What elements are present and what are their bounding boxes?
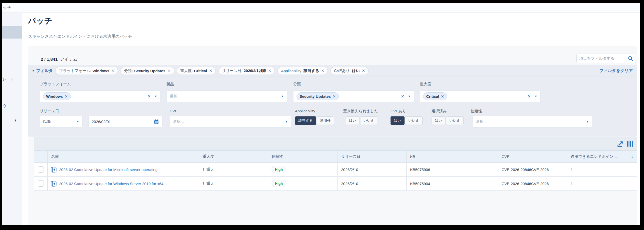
filter-chip-has-cve[interactable]: CVEあり: はい ✕ (330, 67, 369, 75)
column-header-cve[interactable]: CVE (498, 151, 567, 163)
platform-combobox[interactable]: Windows ✕ ✕ ▼ (40, 90, 160, 102)
page-title: パッチ (28, 16, 52, 26)
patches-panel: 2 / 1,841 アイテム ▼ フィルタ プラットフォーム: W (28, 46, 637, 225)
release-date-value: 2026/2/10 (338, 177, 407, 191)
combobox-clear-icon[interactable]: ✕ (147, 94, 151, 99)
row-checkbox[interactable] (38, 166, 44, 173)
caret-down-icon[interactable]: ▼ (154, 95, 157, 98)
chip-remove-icon[interactable]: ✕ (268, 68, 272, 73)
selected-option-yes[interactable]: はい (432, 116, 446, 125)
chip-remove-icon[interactable]: ✕ (362, 68, 365, 73)
filter-chip-classification[interactable]: 分類: Security Updates ✕ (120, 67, 174, 75)
release-date-input[interactable] (92, 119, 138, 124)
column-header-severity[interactable]: 重大度 (199, 151, 268, 163)
product-label: 製品 (166, 82, 174, 87)
export-icon[interactable] (617, 140, 624, 147)
column-header-release-date[interactable]: リリース日 (338, 151, 407, 163)
tag-remove-icon[interactable]: ✕ (333, 94, 336, 99)
endpoints-count-link[interactable]: 1 (571, 181, 573, 186)
filter-search-box (576, 54, 636, 63)
row-checkbox[interactable] (38, 180, 44, 187)
endpoints-count-link[interactable]: 1 (571, 167, 573, 172)
sidebar-item-template[interactable]: レート (3, 77, 14, 82)
column-header-kb[interactable]: KB (407, 151, 498, 163)
chip-remove-icon[interactable]: ✕ (111, 68, 115, 73)
column-header-name[interactable]: 名前 (48, 151, 199, 163)
has-cve-option-no[interactable]: いいえ (405, 116, 423, 125)
caret-down-icon[interactable]: ▼ (76, 120, 79, 123)
caret-down-icon[interactable]: ▼ (281, 95, 284, 98)
tag-remove-icon[interactable]: ✕ (65, 94, 68, 99)
severity-label: 重大度 (420, 82, 431, 87)
release-date-operator-select[interactable]: 以降 ▼ (40, 116, 83, 128)
release-date-input-wrap (88, 116, 163, 128)
platform-tag: Windows ✕ (43, 92, 71, 100)
classification-tag: Security Updates ✕ (297, 92, 339, 100)
patches-table: 名前 重大度 信頼性 リリース日 KB CVE 適用できるエンドポイン... ↓ (34, 150, 637, 191)
filter-chip-severity[interactable]: 重大度: Critical ✕ (177, 67, 216, 75)
item-count-value: 2 / 1,841 (41, 57, 58, 62)
classification-label: 分類 (293, 82, 301, 87)
cve-combobox[interactable]: 選択... ▼ (170, 116, 291, 128)
page-subtitle: スキャンされたエンドポイントにおける未適用のパッチ (28, 34, 132, 39)
classification-combobox[interactable]: Security Updates ✕ ✕ ▼ (293, 90, 414, 102)
caret-down-icon[interactable]: ▼ (408, 95, 411, 98)
search-input[interactable] (579, 56, 626, 60)
has-cve-toggle: はい いいえ (391, 116, 423, 125)
applicability-option-not-applicable[interactable]: 適用外 (317, 116, 334, 125)
patch-name-link[interactable]: 2026-02 Cumulative Update for Microsoft … (59, 167, 157, 172)
applicability-label: Applicability (295, 109, 315, 113)
sort-desc-icon[interactable]: ↓ (631, 154, 633, 159)
main-content: パッチ スキャンされたエンドポイントにおける未適用のパッチ 2 / 1,841 … (22, 13, 640, 225)
app-window: ッチ レート ウ › パッチ スキャンされたエンドポイントにおける未適用のパッチ… (2, 3, 640, 225)
combobox-clear-icon[interactable]: ✕ (401, 94, 404, 99)
calendar-icon[interactable] (154, 119, 159, 125)
patch-name-link[interactable]: 2026-02 Cumulative Update for Windows Se… (59, 181, 165, 186)
caret-down-icon[interactable]: ▼ (285, 120, 288, 123)
open-side-panel-icon[interactable] (51, 181, 57, 187)
item-count-suffix: アイテム (60, 57, 78, 62)
select-all-header[interactable] (34, 151, 48, 163)
superseded-toggle: はい いいえ (346, 116, 378, 125)
product-combobox[interactable]: 選択... ▼ (166, 90, 287, 102)
selected-toggle: はい いいえ (432, 116, 464, 125)
open-side-panel-icon[interactable] (51, 167, 57, 173)
table-header-row: 名前 重大度 信頼性 リリース日 KB CVE 適用できるエンドポイン... ↓ (34, 150, 637, 163)
sidebar-item-window[interactable]: ウ (3, 104, 6, 108)
columns-icon[interactable] (627, 140, 633, 147)
severity-combobox[interactable]: Critical ✕ ✕ ▼ (420, 90, 541, 102)
has-cve-label: CVEあり (391, 109, 406, 114)
column-header-confidence[interactable]: 信頼性 (268, 151, 338, 163)
filter-chip-applicability[interactable]: Applicability: 該当する ✕ (277, 67, 328, 75)
filter-chip-platform[interactable]: プラットフォーム: Windows ✕ (55, 67, 118, 75)
sidebar-item-selected[interactable] (2, 26, 22, 39)
search-icon[interactable] (628, 56, 633, 61)
sidebar: レート ウ › (2, 13, 22, 225)
superseded-option-no[interactable]: いいえ (360, 116, 378, 125)
caret-down-icon[interactable]: ▼ (534, 95, 537, 98)
caret-down-icon[interactable]: ▼ (586, 120, 589, 123)
clear-filters-link[interactable]: フィルタをクリア (599, 68, 633, 74)
table-row: 2026-02 Cumulative Update for Windows Se… (34, 177, 637, 191)
has-cve-option-yes[interactable]: はい (391, 116, 405, 125)
topbar-breadcrumb: ッチ (3, 5, 12, 10)
selected-label: 選択済み (432, 109, 447, 114)
superseded-option-yes[interactable]: はい (346, 116, 360, 125)
table-toolbar (34, 137, 637, 150)
tag-remove-icon[interactable]: ✕ (441, 94, 444, 99)
sidebar-expand-chevron-icon[interactable]: › (15, 117, 16, 123)
applicability-option-applicable[interactable]: 該当する (295, 116, 316, 125)
cve-value: CVE-2026-20846CVE-2026- (498, 177, 567, 191)
filter-toggle-label: フィルタ (36, 68, 53, 74)
caret-down-icon: ▼ (32, 69, 35, 72)
filter-chip-release-date[interactable]: リリース日: 2026/2/1以降 ✕ (218, 67, 275, 75)
chip-remove-icon[interactable]: ✕ (209, 68, 212, 73)
release-date-label: リリース日 (40, 109, 59, 114)
filter-collapse-toggle[interactable]: ▼ フィルタ (32, 68, 53, 74)
chip-remove-icon[interactable]: ✕ (167, 68, 171, 73)
chip-remove-icon[interactable]: ✕ (321, 68, 325, 73)
combobox-clear-icon[interactable]: ✕ (528, 94, 531, 99)
selected-option-no[interactable]: いいえ (446, 116, 464, 125)
column-header-endpoints[interactable]: 適用できるエンドポイン... ↓ (567, 151, 637, 163)
confidence-combobox[interactable]: 選択... ▼ (473, 116, 592, 128)
